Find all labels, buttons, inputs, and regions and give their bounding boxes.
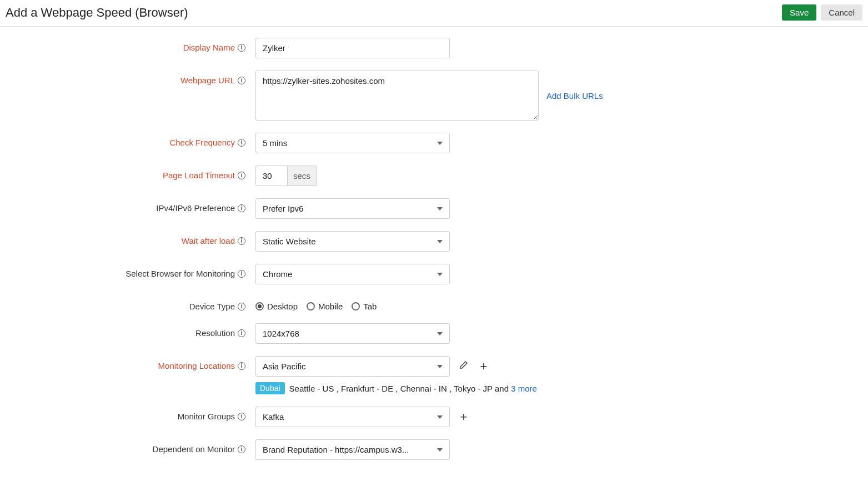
chevron-down-icon	[437, 142, 443, 145]
add-bulk-urls-link[interactable]: Add Bulk URLs	[546, 91, 603, 101]
info-icon[interactable]: i	[238, 303, 245, 310]
save-button[interactable]: Save	[782, 4, 816, 21]
webpage-url-input[interactable]	[255, 71, 539, 121]
plus-icon[interactable]: +	[478, 359, 490, 374]
timeout-unit: secs	[288, 166, 317, 186]
label-ip-pref: IPv4/IPv6 Preference i	[0, 198, 255, 213]
label-wait-after-load: Wait after load i	[0, 231, 255, 246]
info-icon[interactable]: i	[238, 362, 245, 370]
timeout-group: secs	[255, 166, 317, 186]
row-browser: Select Browser for Monitoring i Chrome	[0, 264, 805, 284]
browser-select[interactable]: Chrome	[255, 264, 450, 284]
row-wait-after-load: Wait after load i Static Website	[0, 231, 805, 252]
more-locations-link[interactable]: 3 more	[511, 384, 537, 393]
chevron-down-icon	[437, 240, 443, 243]
label-resolution: Resolution i	[0, 323, 255, 338]
plus-icon[interactable]: +	[458, 410, 470, 424]
chevron-down-icon	[437, 332, 443, 335]
chevron-down-icon	[437, 207, 443, 211]
label-page-load-timeout: Page Load Timeout i	[0, 166, 255, 180]
label-browser: Select Browser for Monitoring i	[0, 264, 255, 278]
device-type-radio-group: Desktop Mobile Tab	[255, 297, 377, 311]
row-device-type: Device Type i Desktop Mobile Tab	[0, 297, 805, 311]
radio-mobile[interactable]: Mobile	[307, 302, 343, 311]
label-device-type: Device Type i	[0, 297, 255, 311]
wait-after-load-select[interactable]: Static Website	[255, 231, 450, 252]
info-icon[interactable]: i	[238, 237, 245, 245]
chevron-down-icon	[437, 365, 443, 368]
chevron-down-icon	[437, 273, 443, 276]
ip-pref-select[interactable]: Prefer Ipv6	[255, 198, 450, 219]
edit-icon[interactable]	[458, 360, 470, 372]
info-icon[interactable]: i	[238, 204, 245, 212]
locations-summary: Dubai Seattle - US , Frankfurt - DE , Ch…	[255, 382, 537, 394]
radio-icon	[307, 302, 315, 310]
form: Display Name i Webpage URL i Add Bulk UR…	[0, 27, 805, 460]
chevron-down-icon	[437, 415, 443, 419]
info-icon[interactable]: i	[238, 413, 245, 420]
row-monitoring-locations: Monitoring Locations i Asia Pacific + Du…	[0, 356, 805, 394]
info-icon[interactable]: i	[238, 270, 245, 278]
row-monitor-groups: Monitor Groups i Kafka +	[0, 407, 805, 427]
dependent-on-select[interactable]: Brand Reputation - https://campus.w3...	[255, 439, 450, 460]
radio-icon	[255, 302, 264, 310]
monitoring-locations-select[interactable]: Asia Pacific	[255, 356, 450, 377]
info-icon[interactable]: i	[238, 329, 245, 337]
timeout-input[interactable]	[255, 166, 288, 186]
label-webpage-url: Webpage URL i	[0, 71, 255, 85]
info-icon[interactable]: i	[238, 44, 245, 52]
page-title: Add a Webpage Speed (Browser)	[6, 6, 188, 20]
check-frequency-select[interactable]: 5 mins	[255, 133, 450, 153]
resolution-select[interactable]: 1024x768	[255, 323, 450, 344]
row-check-frequency: Check Frequency i 5 mins	[0, 133, 805, 153]
monitor-groups-select[interactable]: Kafka	[255, 407, 450, 427]
label-monitoring-locations: Monitoring Locations i	[0, 356, 255, 370]
chevron-down-icon	[437, 448, 443, 452]
header-actions: Save Cancel	[782, 4, 862, 21]
radio-icon	[352, 302, 360, 310]
row-ip-pref: IPv4/IPv6 Preference i Prefer Ipv6	[0, 198, 805, 219]
label-check-frequency: Check Frequency i	[0, 133, 255, 147]
radio-desktop[interactable]: Desktop	[255, 302, 298, 311]
row-dependent-on: Dependent on Monitor i Brand Reputation …	[0, 439, 805, 460]
info-icon[interactable]: i	[238, 77, 245, 84]
info-icon[interactable]: i	[238, 445, 245, 453]
row-resolution: Resolution i 1024x768	[0, 323, 805, 344]
display-name-input[interactable]	[255, 38, 450, 58]
radio-tab[interactable]: Tab	[352, 302, 377, 311]
label-dependent-on: Dependent on Monitor i	[0, 439, 255, 454]
label-monitor-groups: Monitor Groups i	[0, 407, 255, 421]
row-webpage-url: Webpage URL i Add Bulk URLs	[0, 71, 805, 121]
info-icon[interactable]: i	[238, 172, 245, 179]
primary-location-badge: Dubai	[255, 382, 285, 394]
label-display-name: Display Name i	[0, 38, 255, 52]
cancel-button[interactable]: Cancel	[821, 4, 862, 21]
info-icon[interactable]: i	[238, 139, 245, 147]
row-display-name: Display Name i	[0, 38, 805, 58]
row-page-load-timeout: Page Load Timeout i secs	[0, 166, 805, 186]
page-header: Add a Webpage Speed (Browser) Save Cance…	[0, 0, 868, 27]
